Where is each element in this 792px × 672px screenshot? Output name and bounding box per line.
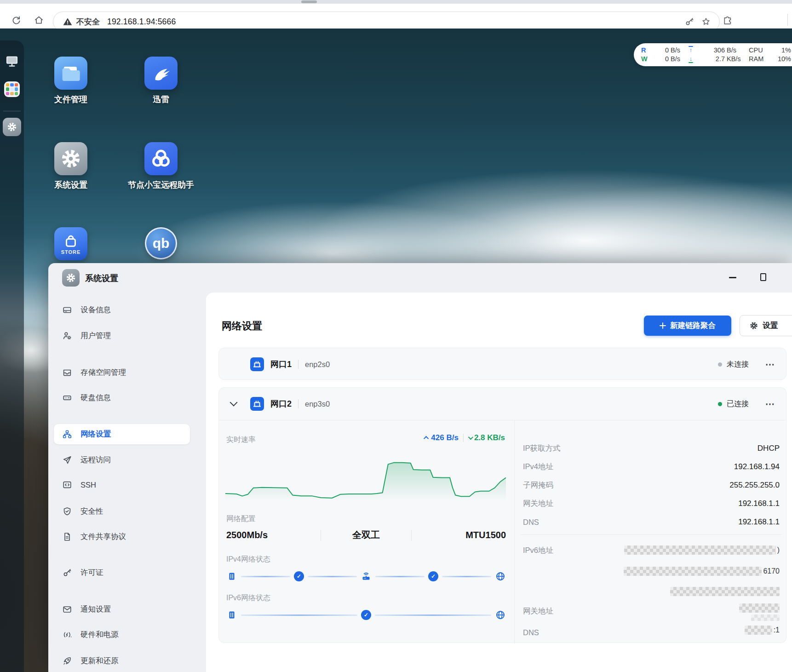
detail-row: 子网掩码 255.255.255.0 — [515, 478, 787, 492]
ipv6-address-line2: 6170 — [624, 567, 780, 576]
ipv6-status-label: IPv6网络状态 — [226, 593, 270, 603]
hard-disk-icon — [62, 393, 72, 403]
taskbar — [0, 40, 24, 672]
settings-button[interactable]: 设置 — [740, 315, 792, 336]
desktop-app-thunder[interactable]: 迅雷 — [110, 57, 212, 105]
blurred-value — [670, 587, 780, 596]
desktop-app-node-assistant[interactable]: 节点小宝远程助手 — [110, 142, 212, 190]
download-rate: 2.8 KB/s — [468, 433, 505, 442]
sidebar-item-file-sharing-protocol[interactable]: 文件共享协议 — [54, 527, 190, 547]
app-launcher-button[interactable] — [4, 81, 20, 97]
up-caret-icon — [424, 436, 429, 441]
detail-row: IP获取方式 DHCP — [515, 442, 787, 455]
port-name: 网口2 — [270, 398, 292, 409]
upload-icon: ↑ — [687, 46, 694, 55]
gear-icon — [749, 321, 758, 330]
divider — [298, 399, 298, 408]
extensions-button[interactable] — [720, 12, 735, 27]
traffic-chart — [225, 456, 506, 503]
section-divider — [520, 534, 781, 535]
chevron-down-icon[interactable] — [230, 399, 238, 407]
window-app-icon — [62, 269, 80, 287]
sidebar-item-notification-settings[interactable]: 通知设置 — [54, 599, 190, 620]
detail-row: DNS 192.168.1.1 — [515, 515, 787, 529]
reload-icon — [11, 15, 21, 25]
drive-icon — [62, 305, 72, 315]
knot-icon — [149, 147, 173, 171]
sidebar-item-user-management[interactable]: 用户管理 — [54, 326, 190, 346]
ram-label: RAM — [749, 55, 772, 63]
sidebar-item-hardware-power[interactable]: 硬件和电源 — [54, 625, 190, 645]
rocket-icon — [62, 656, 72, 666]
taskbar-divider — [3, 111, 21, 111]
new-link-aggregation-button[interactable]: 新建链路聚合 — [644, 316, 731, 336]
system-settings-window: 系统设置 设备信息 用户管理 存储空间管理 硬盘信息 — [48, 263, 792, 672]
port-card-header[interactable]: 网口2 enp3s0 已连接 ⋯ — [219, 388, 786, 420]
check-icon: ✓ — [294, 571, 304, 581]
thunder-bird-icon — [149, 61, 173, 86]
taskbar-item-system-settings[interactable] — [3, 118, 21, 136]
ipv6-gateway-value — [739, 603, 780, 621]
sidebar-item-remote-access[interactable]: 远程访问 — [54, 450, 190, 470]
desktop-app-store[interactable]: STORE — [20, 227, 121, 260]
disk-read-value: 0 — [652, 46, 671, 55]
app-grid-icon — [6, 83, 18, 95]
window-titlebar[interactable]: 系统设置 — [48, 263, 792, 293]
bookmark-star-icon[interactable] — [701, 17, 711, 27]
system-stats-widget: R 0 B/s ↑ 306 B/s CPU 1% W 0 B/s ↓ 2.7 K… — [634, 43, 792, 66]
ipv6-dns-label: DNS — [523, 628, 539, 637]
divider — [463, 434, 464, 442]
sidebar-item-network-settings[interactable]: 网络设置 — [54, 424, 190, 444]
password-key-icon[interactable] — [684, 17, 694, 27]
shield-icon — [62, 506, 72, 517]
home-button[interactable] — [31, 12, 46, 27]
gear-icon — [65, 272, 76, 283]
sidebar-item-license[interactable]: 许可证 — [54, 563, 190, 583]
disk-write-value: 0 — [652, 55, 671, 63]
desktop-app-qbittorrent[interactable]: qb — [110, 227, 212, 259]
upload-value: 306 — [700, 46, 727, 55]
disk-write-label: W — [641, 55, 652, 63]
reload-button[interactable] — [8, 12, 23, 27]
not-secure-warning-icon — [63, 17, 73, 27]
sidebar-item-storage-management[interactable]: 存储空间管理 — [54, 362, 190, 383]
server-icon — [226, 609, 237, 620]
browser-toolbar: 不安全 192.168.1.94:5666 — [0, 4, 792, 29]
network-icon — [62, 429, 72, 439]
check-icon: ✓ — [361, 610, 371, 620]
monitor-icon — [4, 53, 20, 69]
ipv6-address-line1: ) — [624, 546, 780, 555]
sidebar-item-ssh[interactable]: SSH — [54, 475, 190, 495]
sidebar-item-security[interactable]: 安全性 — [54, 501, 190, 522]
disk-write-unit: B/s — [671, 55, 687, 63]
network-config-label: 网络配置 — [226, 514, 256, 524]
cpu-label: CPU — [749, 46, 772, 55]
toolbar-divider — [787, 14, 788, 26]
more-menu-button[interactable]: ⋯ — [765, 402, 775, 406]
desktop-app-file-manager[interactable]: 文件管理 — [20, 57, 121, 105]
check-icon: ✓ — [428, 571, 438, 581]
page-title: 网络设置 — [222, 319, 262, 333]
interface-name: enp3s0 — [305, 400, 330, 408]
port-name: 网口1 — [270, 359, 292, 370]
dns-value: 192.168.1.1 — [738, 517, 780, 527]
duplex-mode: 全双工 — [321, 529, 411, 541]
more-menu-button[interactable]: ⋯ — [765, 362, 775, 367]
network-settings-panel: 网络设置 新建链路聚合 设置 网口1 enp2s0 — [206, 293, 792, 672]
server-icon — [226, 571, 237, 582]
sidebar-item-disk-info[interactable]: 硬盘信息 — [54, 388, 190, 408]
ipv6-address-label: IPv6地址 — [523, 546, 553, 556]
sidebar-item-device-info[interactable]: 设备信息 — [54, 300, 190, 320]
port-card-enp2s0[interactable]: 网口1 enp2s0 未连接 ⋯ — [218, 348, 786, 380]
app-label: 文件管理 — [54, 94, 87, 105]
puzzle-icon — [723, 15, 733, 25]
interface-name: enp2s0 — [305, 360, 330, 369]
ipv4-status-label: IPv4网络状态 — [226, 555, 270, 564]
globe-icon — [495, 571, 506, 582]
desktop-app-system-settings[interactable]: 系统设置 — [20, 142, 121, 190]
sidebar-item-update-restore[interactable]: 更新和还原 — [54, 651, 190, 671]
ethernet-port-icon — [250, 357, 264, 371]
globe-icon — [495, 609, 506, 620]
realtime-rate-label: 实时速率 — [226, 435, 256, 445]
desktop-view-button[interactable] — [4, 53, 20, 69]
